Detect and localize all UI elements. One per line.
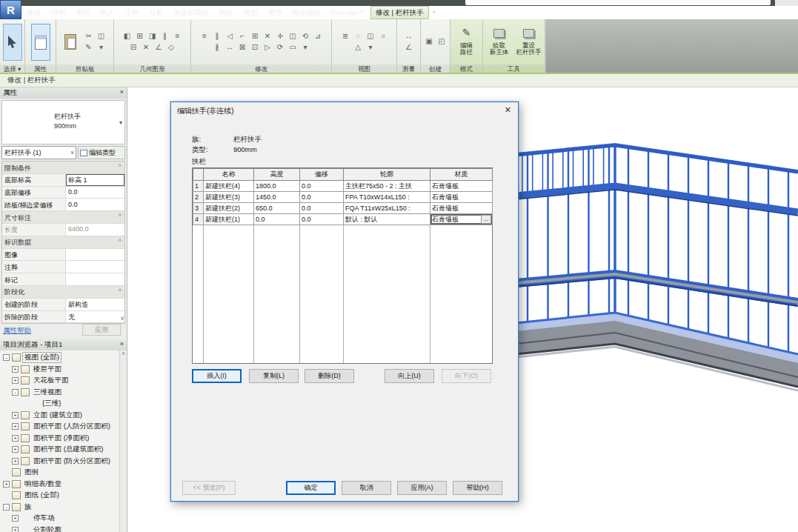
column-header[interactable]: 轮廓 — [344, 169, 430, 181]
column-header[interactable]: 材质 — [430, 169, 493, 181]
table-edit-button[interactable]: 向上(U) — [385, 369, 434, 383]
property-row[interactable]: 限制条件 — [2, 162, 124, 174]
expander-icon[interactable]: + — [12, 515, 19, 522]
rotate-icon[interactable]: ⟲ — [300, 32, 311, 41]
expander-icon[interactable]: - — [3, 504, 10, 511]
tree-item[interactable]: - 三维视图 — [0, 387, 127, 399]
rail-material-cell[interactable]: 石膏墙板 — [430, 192, 493, 203]
rail-height-cell[interactable]: 1450.0 — [254, 192, 300, 203]
tree-item[interactable]: + 面积平面 (人防分区面积) — [0, 421, 127, 433]
align-icon[interactable]: ≡ — [199, 32, 210, 41]
angle-icon[interactable]: ∠ — [403, 43, 414, 53]
column-header[interactable]: 高度 — [254, 169, 300, 181]
delete-icon[interactable]: ✕ — [262, 32, 273, 41]
tree-item[interactable]: 图纸 (全部) — [0, 490, 127, 502]
table-row[interactable]: 4 新建扶栏(1) 0.0 0.0 默认 : 默认 石膏墙板 — [193, 214, 493, 225]
wall-joins-icon[interactable]: ∥ — [159, 32, 170, 41]
property-row[interactable]: 底部偏移 0.0 — [2, 187, 124, 199]
trim-icon[interactable]: ⌐ — [237, 32, 248, 41]
ribbon-tab[interactable]: 体量和场地 — [168, 6, 214, 19]
section-box-icon[interactable]: ◫ — [365, 32, 376, 41]
measure-icon[interactable]: ↔ — [403, 32, 414, 41]
scale-icon[interactable]: ⊿ — [313, 32, 324, 41]
thin-lines-icon[interactable]: ≣ — [340, 32, 351, 41]
properties-help-link[interactable]: 属性帮助 — [3, 326, 31, 336]
ribbon-tab[interactable]: ▾ — [429, 6, 439, 19]
ribbon-tab[interactable]: 系统 — [70, 6, 95, 19]
rail-name-cell[interactable]: 新建扶栏(1) — [204, 214, 254, 225]
tree-item[interactable]: {三维} — [0, 398, 127, 410]
extend-icon[interactable]: ↔ — [225, 43, 236, 53]
pick-lines-icon[interactable]: ∠ — [153, 43, 164, 53]
unjoin-icon[interactable]: ⊟ — [128, 43, 139, 53]
paste-button[interactable] — [61, 26, 79, 59]
tree-item[interactable]: + 天花板平面 — [0, 375, 127, 387]
hide-elements-icon[interactable]: ◌ — [353, 32, 364, 41]
scroll-down-icon[interactable]: ∨ — [120, 315, 124, 322]
rail-name-cell[interactable]: 新建扶栏(4) — [204, 181, 254, 192]
row-number[interactable]: 1 — [193, 181, 204, 192]
tree-item[interactable]: + 面积平面 (总建筑面积) — [0, 444, 127, 456]
scroll-up-icon[interactable]: ∧ — [122, 350, 125, 356]
close-icon[interactable]: × — [120, 340, 124, 348]
ribbon-tab[interactable]: 管理 — [263, 6, 287, 19]
expander-icon[interactable]: + — [12, 423, 19, 430]
browser-scrollbar[interactable]: ∧ — [119, 350, 127, 532]
pin-icon[interactable]: ⊠ — [237, 43, 248, 53]
ribbon-tab[interactable]: 结构 — [46, 6, 70, 19]
pick-new-host-button[interactable]: 拾取 新主体 — [485, 24, 513, 60]
property-row[interactable]: 尺寸标注 — [2, 211, 124, 224]
property-row[interactable]: 拆除的阶段 无 — [2, 311, 124, 324]
move-icon[interactable]: ✛ — [275, 32, 286, 41]
ribbon-tab[interactable]: 分析 — [144, 6, 168, 19]
table-row[interactable]: 1 新建扶栏(4) 1800.0 0.0 主扶栏75x50 - 2 : 主扶 石… — [193, 181, 493, 192]
row-number[interactable]: 4 — [193, 214, 204, 225]
dialog-title-bar[interactable]: 编辑扶手(非连续) ✕ — [171, 102, 518, 119]
rail-profile-cell[interactable]: FQA T11xW25xL150 : — [344, 203, 430, 214]
property-row[interactable]: 标识数据 — [2, 236, 124, 249]
copy-icon[interactable]: ◫ — [287, 32, 299, 41]
create-similar-icon[interactable]: ◰ — [436, 37, 448, 47]
property-row[interactable]: 创建的阶段 新构造 — [2, 299, 124, 311]
expander-icon[interactable]: + — [12, 458, 19, 465]
ribbon-tab[interactable]: 建筑 — [21, 6, 46, 19]
ribbon-tab[interactable]: 注释 — [119, 6, 144, 19]
rotate-3d-icon[interactable]: ⟳ — [275, 43, 286, 53]
camera-icon[interactable]: △ — [353, 43, 364, 53]
rail-name-cell[interactable]: 新建扶栏(3) — [204, 192, 254, 203]
rail-material-cell[interactable]: 石膏墙板 — [430, 214, 493, 225]
property-row[interactable]: 踏板/梯边梁偏移 0.0 — [2, 199, 124, 211]
table-edit-button[interactable]: 向下(O) — [442, 369, 491, 383]
property-row[interactable]: 注释 — [2, 261, 124, 273]
close-icon[interactable]: ✕ — [505, 105, 511, 115]
tree-item[interactable]: - 视图 (全部) — [0, 352, 127, 364]
unpin-icon[interactable]: ⊡ — [250, 43, 261, 53]
expander-icon[interactable]: + — [12, 412, 19, 419]
table-edit-button[interactable]: 复制(L) — [249, 369, 299, 383]
column-header[interactable]: 名称 — [204, 169, 254, 181]
edit-type-button[interactable]: 编辑类型 — [78, 146, 125, 159]
cut-icon[interactable]: ✂ — [83, 32, 94, 41]
expander-icon[interactable]: + — [12, 366, 19, 373]
ribbon-tab[interactable]: 协作 — [214, 6, 239, 19]
property-row[interactable]: 底部标高 标高 1 — [2, 174, 124, 187]
column-header[interactable] — [193, 169, 204, 181]
tree-item[interactable]: + 面积平面 (防火分区面积) — [0, 456, 127, 468]
ribbon-tab[interactable]: 视图 — [239, 6, 263, 19]
tree-item[interactable]: + 楼层平面 — [0, 364, 127, 376]
ribbon-tab[interactable]: Enscape™ — [326, 6, 370, 19]
more-tools-icon[interactable]: ▾ — [300, 43, 311, 53]
reset-railing-button[interactable]: 重设 栏杆扶手 — [515, 24, 542, 60]
split-icon[interactable]: ∦ — [212, 43, 223, 53]
tree-item[interactable]: + 面积平面 (净面积) — [0, 433, 127, 445]
modify-select-button[interactable] — [3, 24, 22, 61]
type-selector[interactable]: 栏杆扶手 900mm ▾ — [1, 100, 125, 144]
dialog-button[interactable]: 应用(A) — [397, 481, 447, 495]
offset-icon[interactable]: ∥ — [212, 32, 223, 41]
render-icon[interactable]: ○ — [378, 32, 389, 41]
column-header[interactable]: 偏移 — [300, 169, 344, 181]
ribbon-tab[interactable]: 修改 | 栏杆扶手 — [370, 6, 429, 19]
expander-icon[interactable]: - — [12, 389, 19, 396]
rail-profile-cell[interactable]: 默认 : 默认 — [344, 214, 430, 225]
expander-icon[interactable]: + — [12, 435, 19, 442]
